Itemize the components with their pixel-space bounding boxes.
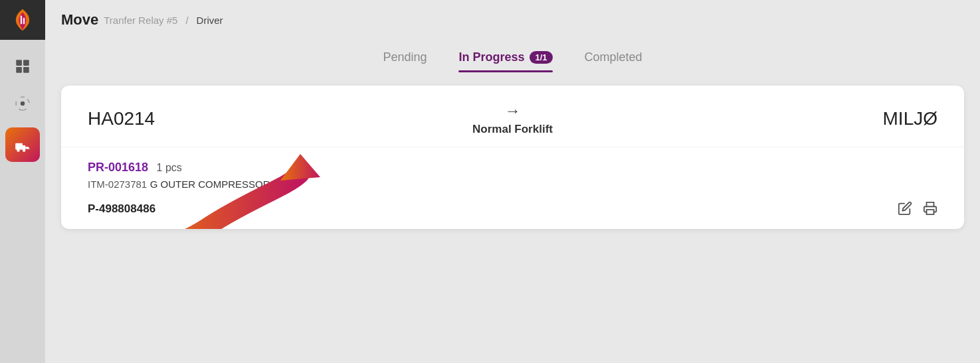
card-body: PR-001618 1 pcs ITM-0273781 G OUTER COMP… [61,147,964,229]
tabs-bar: Pending In Progress 1/1 Completed [45,40,980,72]
card-header: HA0214 → Normal Forklift MILJØ [61,86,964,147]
svg-rect-1 [23,18,25,25]
in-progress-badge: 1/1 [530,51,552,64]
svg-rect-2 [16,60,22,66]
svg-point-10 [23,149,25,152]
arrow-symbol: → [505,102,521,120]
topbar: Move Tranfer Relay #5 / Driver [45,0,980,40]
breadcrumb-current: Driver [197,15,223,26]
breadcrumb-part: Tranfer Relay #5 [104,15,177,26]
sidebar-item-settings[interactable] [0,85,45,122]
edit-button[interactable] [898,201,912,216]
svg-rect-8 [15,143,23,146]
product-qty: 1 pcs [157,162,182,173]
svg-rect-3 [23,60,29,66]
card-actions [898,201,937,216]
svg-rect-5 [23,67,29,73]
breadcrumb-separator: / [185,15,188,26]
svg-point-9 [17,149,19,152]
print-button[interactable] [923,201,937,216]
svg-rect-0 [21,15,22,24]
vehicle-type: Normal Forklift [472,123,553,136]
tab-completed[interactable]: Completed [585,50,642,72]
sidebar [0,0,45,363]
app-logo [0,0,45,40]
location-from: HA0214 [88,108,207,129]
tab-pending[interactable]: Pending [383,50,427,72]
svg-marker-11 [139,228,166,229]
page-title: Move [61,11,98,29]
product-detail-line: ITM-0273781 G OUTER COMPRESSOR [88,179,937,190]
item-name: G OUTER COMPRESSOR [150,179,270,190]
sidebar-item-move[interactable] [5,127,40,162]
item-id: ITM-0273781 [88,179,147,190]
card-transfer-info: → Normal Forklift [472,102,553,136]
svg-rect-4 [16,67,22,73]
main-content: Move Tranfer Relay #5 / Driver Pending I… [45,0,980,363]
tab-in-progress[interactable]: In Progress 1/1 [458,50,552,72]
product-ref: PR-001618 [88,161,148,174]
product-line: PR-001618 1 pcs [88,161,937,175]
svg-rect-13 [927,210,934,214]
transfer-card: HA0214 → Normal Forklift MILJØ PR-001618… [61,86,964,229]
svg-point-6 [21,102,25,106]
card-area: HA0214 → Normal Forklift MILJØ PR-001618… [45,72,980,363]
lot-number: P-498808486 [88,202,937,216]
location-to: MILJØ [818,108,937,129]
sidebar-item-dashboard[interactable] [0,48,45,85]
